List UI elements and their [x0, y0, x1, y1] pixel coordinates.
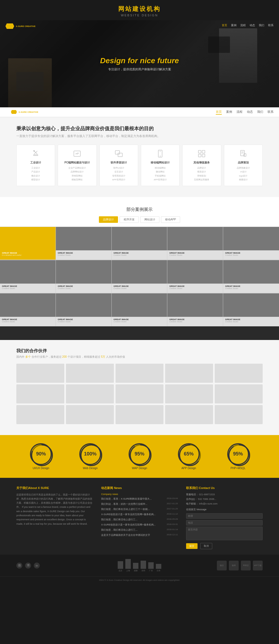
footer-news-1: 我们到达，客美：好的一次优秀行业精华... 2017-01-25 — [101, 502, 178, 506]
service-icon-1 — [72, 149, 82, 159]
partner-4 — [215, 364, 263, 383]
city-bar-guangdong — [148, 562, 154, 569]
port-cell-1-4: GREAT IMAGE Creative Studio — [223, 260, 279, 293]
linkedin-icon[interactable]: in — [34, 563, 40, 569]
wechat-icon[interactable]: 微 — [16, 563, 22, 569]
service-name-2: 软件界面设计 — [102, 161, 136, 165]
weibo-icon[interactable]: 博 — [25, 563, 31, 569]
hero-main-text: Design for nice future — [100, 56, 179, 65]
hero-nav-home[interactable]: 首页 — [222, 23, 227, 27]
cases-tab-1[interactable]: 程序开发 — [120, 216, 139, 223]
intro-heading: 秉承以创意为核心，提升企业品牌商业价值是我们最根本的目的 — [16, 125, 263, 132]
footer-news: 动态新闻 News Company news 我们创意，客美：X-SURE刚刚在… — [101, 486, 178, 549]
stat-circle-2: 95% — [129, 443, 150, 465]
hero-nav-cases[interactable]: 案例 — [231, 23, 236, 27]
port-cell-2-3: GREAT IMAGE Creative Studio — [167, 293, 223, 326]
port-cell-0-2: GREAT IMAGE Creative Studio — [112, 227, 168, 260]
service-card-0: 工业设计 工业设计 产品设计 概念设计 模型设计 — [16, 145, 55, 186]
footer-message-input[interactable] — [186, 527, 263, 540]
port-img-0-2 — [112, 227, 167, 250]
city-shanghai: 上海 — [125, 559, 131, 572]
port-info-2-1: GREAT IMAGE Creative Studio — [56, 317, 111, 326]
footer-reset-button[interactable]: 取消 — [200, 543, 212, 549]
hero-nav-news[interactable]: 动态 — [250, 23, 255, 27]
partner-3 — [165, 364, 213, 383]
footer-name-input[interactable] — [186, 513, 263, 519]
footer-about: 关于我们About X SURE 还是那些理念已经不再是这类商业的了么，我是一个… — [16, 486, 93, 549]
app-weibo[interactable]: 微博 — [229, 561, 239, 570]
service-icon-2 — [114, 149, 124, 159]
port-info-0-4: GREAT IMAGE Creative Studio — [223, 250, 279, 260]
hero-nav-process[interactable]: 流程 — [240, 23, 246, 27]
stat-percent-3: 65% — [184, 451, 194, 457]
port-img-0-4 — [223, 227, 279, 250]
port-subtitle-2-2: Creative Studio — [114, 321, 165, 323]
city-bar-shanghai — [125, 559, 131, 569]
partners-title: 我们的合作伙伴 — [16, 348, 263, 354]
port-info-1-4: GREAT IMAGE Creative Studio — [223, 284, 279, 293]
hero-nav-about[interactable]: 我们 — [259, 23, 264, 27]
app-download[interactable]: APP下载 — [253, 561, 263, 570]
city-chengdu: 成都 — [133, 563, 138, 572]
partner-5 — [16, 384, 64, 403]
stat-percent-0: 90% — [36, 451, 46, 457]
dark-separator — [0, 326, 279, 340]
stat-circle-4: 95% — [227, 443, 249, 465]
app-appstore[interactable]: 苹果店 — [241, 561, 251, 570]
port-title-2-2: GREAT IMAGE — [114, 318, 165, 321]
partner-9 — [215, 384, 263, 403]
partner-14 — [215, 405, 263, 424]
stat-percent-4: 95% — [233, 451, 243, 457]
cases-tab-2[interactable]: 网站设计 — [140, 216, 159, 223]
port-info-2-4: GREAT IMAGE Creative Studio — [223, 317, 279, 326]
service-card-4: 其他增值服务 品牌设计 视觉设计 营销策划 互联网运营服务 — [182, 145, 221, 186]
port-img-1-0 — [0, 260, 56, 284]
bottom-footer: 微 博 in 北京 上海 成都 深圳 广东 日本 微信 微博 — [0, 555, 279, 576]
second-nav-about[interactable]: 我们 — [257, 110, 263, 115]
cases-tab-0[interactable]: 品牌设计 — [99, 216, 118, 223]
service-icon-5 — [238, 149, 248, 159]
port-img-2-3 — [167, 293, 223, 317]
portfolio-row-1: GREAT IMAGE Creative Studio GREAT IMAGE … — [0, 260, 279, 293]
city-japan: 日本 — [156, 564, 161, 572]
footer-phone-input[interactable] — [186, 520, 263, 525]
port-subtitle-0-4: Creative Studio — [225, 254, 277, 256]
partner-13 — [165, 405, 213, 424]
site-subtitle: WEBSITE DESIGN — [0, 14, 279, 17]
stat-2: 95% WAP Design — [129, 443, 150, 470]
footer-news-5: X-SURE创意设计是一家专业的互联网+服务机构... 2016-03-31 — [101, 523, 178, 527]
bottom-cities: 北京 上海 成都 深圳 广东 日本 — [100, 559, 179, 572]
service-name-0: 工业设计 — [19, 161, 53, 165]
service-items-4: 品牌设计 视觉设计 营销策划 互联网运营服务 — [185, 166, 219, 182]
hero-content: Design for nice future 专注设计，提供优质的用户体验和设计… — [100, 56, 179, 71]
svg-rect-10 — [198, 150, 201, 153]
stat-circle-3: 65% — [178, 443, 200, 465]
footer-submit-button[interactable]: 提交 — [186, 543, 198, 549]
footer-contact-title: 联系我们 Contact Us — [186, 486, 263, 490]
port-info-1-3: GREAT IMAGE Creative Studio — [167, 284, 223, 293]
second-nav-cases[interactable]: 案例 — [226, 110, 232, 115]
port-title-1-1: GREAT IMAGE — [58, 285, 110, 287]
port-img-2-0 — [0, 293, 56, 317]
hero-nav-contact[interactable]: 联系 — [268, 23, 274, 27]
footer-about-title: 关于我们About X SURE — [16, 486, 93, 490]
app-wechat[interactable]: 微信 — [217, 561, 227, 570]
stat-3: 65% APP Design — [178, 443, 200, 470]
port-img-1-3 — [167, 260, 223, 284]
service-items-2: 软件UI设计 交互设计 管理系统设计 APP应用设计 — [102, 166, 136, 182]
second-nav-links: 首页 案例 流程 动态 我们 联系 — [216, 110, 274, 115]
svg-rect-12 — [198, 154, 201, 157]
second-nav-contact[interactable]: 联系 — [268, 110, 274, 115]
port-subtitle-1-1: Creative Studio — [58, 287, 110, 289]
second-nav-process[interactable]: 流程 — [236, 110, 242, 115]
portfolio-row-2: GREAT IMAGE Creative Studio GREAT IMAGE … — [0, 293, 279, 326]
svg-rect-11 — [202, 150, 205, 153]
service-icon-0 — [31, 149, 41, 159]
svg-point-9 — [160, 156, 161, 157]
port-subtitle-2-0: Creative Studio — [2, 321, 54, 323]
second-nav-home[interactable]: 首页 — [216, 110, 222, 115]
port-title-0-3: GREAT IMAGE — [169, 252, 221, 254]
cases-tab-3[interactable]: 移动APP — [161, 216, 180, 223]
second-nav-news[interactable]: 动态 — [247, 110, 253, 115]
svg-rect-4 — [74, 151, 80, 156]
